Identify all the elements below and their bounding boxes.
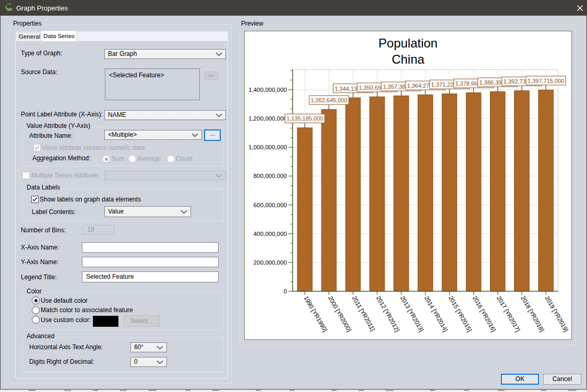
svg-text:1,400,000,000: 1,400,000,000 [248, 87, 287, 93]
svg-text:200,000,000: 200,000,000 [254, 259, 287, 266]
svg-text:400,000,000: 400,000,000 [254, 231, 287, 237]
svg-text:1,262,645,000: 1,262,645,000 [310, 97, 347, 103]
svg-text:China: China [392, 52, 425, 66]
svg-text:1,000,000,000: 1,000,000,000 [248, 144, 287, 150]
svg-text:1,135,185,000: 1,135,185,000 [286, 115, 323, 122]
svg-text:Population: Population [378, 36, 437, 50]
svg-text:800,000,000: 800,000,000 [254, 173, 287, 179]
svg-text:0: 0 [283, 288, 286, 294]
svg-text:1,397,715,000: 1,397,715,000 [528, 78, 564, 84]
svg-text:600,000,000: 600,000,000 [254, 202, 287, 208]
svg-text:1,200,000,000: 1,200,000,000 [248, 115, 287, 122]
